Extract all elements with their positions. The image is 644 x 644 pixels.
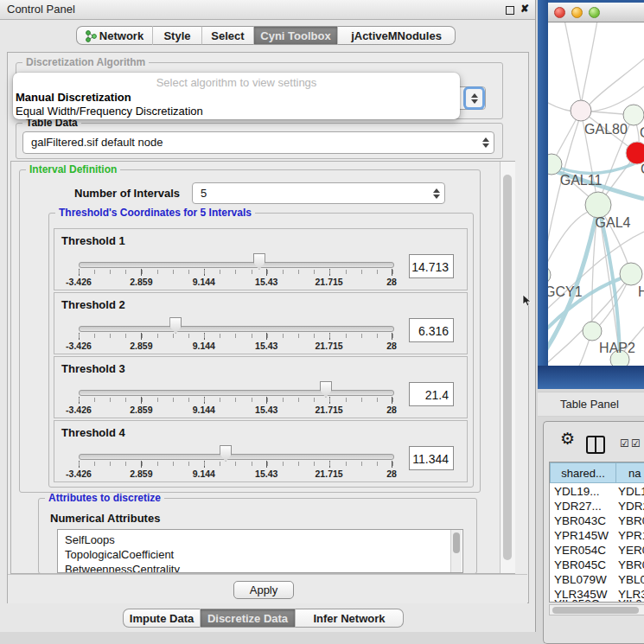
control-panel-titlebar[interactable]: Control Panel ✘ (0, 0, 535, 20)
tick-label: 2.859 (120, 277, 162, 287)
table-cell[interactable]: YBR0 (618, 513, 644, 528)
table-cell[interactable]: YDL1 (618, 484, 644, 499)
slider-track[interactable] (79, 262, 394, 268)
table-cell[interactable]: YER054C (554, 543, 615, 558)
tab-style-label: Style (163, 29, 190, 42)
network-icon (86, 29, 97, 42)
tab-cyni-toolbox[interactable]: Cyni Toolbox (254, 26, 338, 45)
number-of-intervals-spinner[interactable]: 5 (192, 182, 445, 204)
node-gal4[interactable] (585, 192, 611, 218)
threshold-1-value-field[interactable]: 14.713 (409, 254, 454, 278)
float-window-icon[interactable] (506, 6, 514, 15)
threshold-3-value-field[interactable]: 21.4 (409, 382, 454, 406)
tick-label: 28 (371, 277, 412, 287)
tab-infer-network[interactable]: Infer Network (296, 609, 404, 628)
slider-track[interactable] (79, 454, 394, 460)
algorithm-combobox-stepper[interactable] (466, 89, 482, 107)
close-icon[interactable]: ✘ (520, 3, 529, 14)
slider-track[interactable] (79, 390, 394, 396)
network-graph: GAL80 GA C GAL11 GAL4 GCY1 H HAP2 (548, 22, 644, 366)
tick-label: -3.426 (58, 469, 99, 479)
tab-impute-data-label: Impute Data (130, 612, 194, 625)
scrollbar-thumb[interactable] (453, 532, 460, 553)
stepper-arrows-icon (481, 137, 489, 149)
table-cell[interactable]: YBR0 (618, 558, 644, 572)
network-window-frame (538, 0, 548, 389)
threshold-4-panel: Threshold 4 -3.4262.8599.14415.4321.7152… (54, 420, 468, 482)
scrollbar-thumb[interactable] (552, 607, 639, 614)
discretization-algorithm-group-label: Discretization Algorithm (22, 57, 149, 68)
table-horizontal-scrollbar[interactable] (549, 604, 644, 615)
tick-label: 15.43 (245, 341, 287, 351)
table-cell[interactable]: YBL079W (554, 572, 615, 587)
zoom-traffic-light-icon[interactable] (589, 7, 600, 18)
tab-jactivemnodules-label: jActiveMNodules (351, 29, 442, 42)
tab-jactivemnodules[interactable]: jActiveMNodules (338, 26, 456, 45)
threshold-4-label: Threshold 4 (61, 426, 125, 439)
threshold-1-panel: Threshold 1 -3.4262.8599.14415.4321.7152… (54, 228, 468, 290)
apply-button[interactable]: Apply (233, 581, 294, 599)
table-cell[interactable]: YDR27... (554, 499, 615, 513)
table-cell[interactable]: YDR2 (618, 499, 644, 513)
node-gal80[interactable] (571, 100, 591, 121)
tab-network[interactable]: Network (76, 26, 153, 45)
dropdown-option-manual[interactable]: Manual Discretization (16, 91, 456, 105)
table-cell[interactable]: YIL0 (618, 596, 644, 603)
table-cell[interactable]: YBR045C (554, 558, 615, 572)
tick-label: 21.715 (309, 277, 350, 287)
mouse-cursor (522, 294, 532, 308)
network-canvas[interactable]: GAL80 GA C GAL11 GAL4 GCY1 H HAP2 (548, 22, 644, 366)
tab-discretize-data-label: Discretize Data (207, 612, 288, 625)
list-scrollbar[interactable] (450, 530, 462, 572)
network-nodes[interactable] (548, 100, 644, 366)
settings-vertical-scrollbar[interactable] (500, 162, 515, 573)
tick-label: 2.859 (120, 469, 162, 479)
tab-style[interactable]: Style (153, 26, 202, 45)
gear-icon[interactable]: ⚙ (560, 429, 575, 449)
minimize-traffic-light-icon[interactable] (571, 7, 583, 18)
table-cell[interactable]: YPR1 (618, 528, 644, 543)
slider-tick-labels: -3.4262.8599.14415.4321.71528 (54, 469, 469, 480)
tick-label: 2.859 (120, 405, 162, 415)
tick-label: 21.715 (309, 469, 350, 479)
network-window-titlebar[interactable] (548, 3, 644, 22)
table-cell[interactable]: YBL0 (618, 572, 644, 587)
tick-label: 28 (371, 469, 412, 479)
table-data-combobox[interactable]: galFiltered.sif default node (22, 131, 494, 154)
column-header-shared[interactable]: shared... (550, 462, 616, 483)
column-header-name[interactable]: na (615, 462, 644, 483)
columns-icon[interactable] (586, 436, 605, 454)
numerical-attributes-list[interactable]: SelfLoops TopologicalCoefficient Between… (57, 529, 463, 573)
checkbox-icon[interactable]: ☑ (620, 438, 629, 449)
node-right-h[interactable] (620, 263, 642, 285)
interval-definition-group-label: Interval Definition (26, 164, 120, 175)
table-cell[interactable]: YBR043C (554, 513, 615, 528)
node-hap2[interactable] (583, 322, 602, 341)
table-cell[interactable]: YPR145W (554, 528, 615, 543)
checkbox-icon[interactable]: ☑ (631, 438, 641, 449)
slider-track[interactable] (79, 326, 394, 332)
table-cell[interactable]: YER0 (618, 543, 644, 558)
tab-discretize-data[interactable]: Discretize Data (201, 609, 296, 628)
table-panel-titlebar[interactable]: Table Panel (538, 392, 644, 417)
table-cell[interactable]: YDL19... (554, 484, 615, 499)
node-label-gal80: GAL80 (584, 122, 628, 137)
network-window-frame-bottom (538, 366, 644, 389)
tab-cyni-toolbox-label: Cyni Toolbox (260, 29, 330, 42)
list-item-topologicalcoefficient[interactable]: TopologicalCoefficient (65, 547, 174, 562)
node-gcy1[interactable] (548, 265, 551, 284)
tab-select[interactable]: Select (202, 26, 254, 45)
tick-label: 21.715 (309, 341, 350, 351)
list-item-selfloops[interactable]: SelfLoops (65, 532, 115, 547)
dropdown-option-equal-width[interactable]: Equal Width/Frequency Discretization (16, 105, 456, 118)
list-item-betweennesscentrality[interactable]: BetweennessCentrality (65, 562, 180, 573)
threshold-2-value-field[interactable]: 6.316 (409, 318, 454, 342)
close-traffic-light-icon[interactable] (554, 7, 565, 18)
tab-impute-data[interactable]: Impute Data (123, 609, 201, 628)
threshold-4-value-field[interactable]: 11.344 (409, 446, 454, 470)
scrollbar-thumb[interactable] (503, 175, 512, 560)
table-cell[interactable]: YIL052C (554, 596, 615, 603)
node-table[interactable]: shared... na YDL19... YDL1 YDR27... YDR2… (549, 462, 644, 603)
slider-tick-labels: -3.4262.8599.14415.4321.71528 (54, 341, 469, 352)
stepper-arrows-icon (470, 92, 478, 105)
